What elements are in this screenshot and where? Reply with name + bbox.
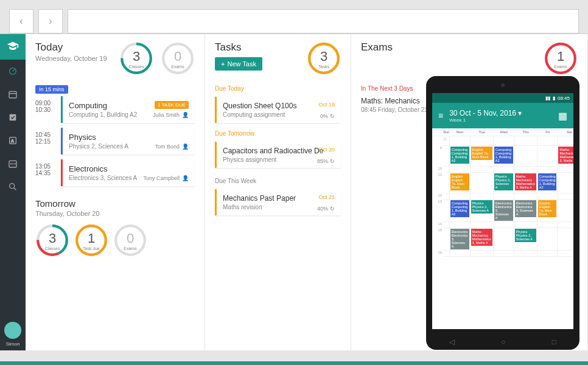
svg-rect-1 [9,91,16,98]
svg-rect-7 [10,163,12,164]
calendar-event[interactable]: Electronics Electronics 3, Sciences A [494,200,513,221]
tablet-header: ≡ 30 Oct - 5 Nov, 2016 ▾ Week 1 ▦ [432,103,573,128]
tablet-nav-bar: ◁ ○ □ [426,338,579,346]
tablet-status-bar: ▮▮ ▮ 08:45 [432,93,573,103]
svg-text:A: A [11,139,14,143]
nav-schedule-icon[interactable] [0,152,26,175]
hamburger-icon[interactable]: ≡ [438,111,443,120]
svg-rect-8 [12,163,13,164]
due-week-label: Due This Week [205,173,351,187]
calendar-event[interactable]: Computing Computing 1, Building A2 [494,147,513,164]
user-name: Simon [6,341,20,347]
tasks-title: Tasks [215,41,299,54]
class-row[interactable]: 09:0010:30 Computing Computing 1, Buildi… [26,96,205,123]
new-task-button[interactable]: +New Task [215,57,262,71]
task-due-badge: 1 TASK DUE [155,101,189,109]
calendar-event[interactable]: Electronics Electronics 3, Sciences A [515,200,536,217]
plus-icon: + [221,60,225,68]
chevron-down-icon[interactable]: ▾ [518,109,522,117]
teacher-label: Tony Campbell 👤 [143,175,189,181]
nav-search-icon[interactable] [0,175,26,198]
back-button[interactable]: ‹ [9,9,33,33]
person-icon: 👤 [182,175,189,181]
android-home-icon[interactable]: ○ [501,338,505,346]
browser-chrome: ‹ › [0,0,588,34]
android-back-icon[interactable]: ◁ [449,338,455,346]
sync-icon: ↻ [330,158,335,164]
user-avatar[interactable] [4,322,21,339]
calendar-grid: SunMonTueWedThuFriSat⛌9Computing Computi… [432,128,573,257]
person-icon: 👤 [182,112,189,118]
class-row[interactable]: 13:0514:35 Electronics Electronics 3, Sc… [26,159,205,186]
time-until-badge: In 15 mins [35,85,68,94]
person-icon: 👤 [182,144,189,150]
android-recent-icon[interactable]: □ [552,338,556,346]
calendar-event[interactable]: English English 7a, Main Block [538,200,557,217]
classes-ring: 3Classes [119,41,153,75]
calendar-event[interactable]: Maths: Mechanics Mathematics 3, Maths A [558,147,573,164]
task-card[interactable]: Capacitors and Radioactive De Physics as… [215,142,341,168]
nav-dashboard-icon[interactable] [0,60,26,83]
url-bar[interactable] [68,9,579,33]
calendar-event[interactable]: Computing Computing 1, Building A2 [450,200,469,217]
calendar-event[interactable]: Maths: Mechanics Mathematics 3, Maths A [515,173,536,190]
calendar-event[interactable]: Electronics Electronics 3, Sciences A [450,229,469,249]
battery-icon: ▮ [553,96,555,101]
calendar-event[interactable]: Physics Physics 2, Sciences A [515,229,536,242]
tomorrow-date: Thursday, October 20 [35,210,195,217]
tablet-camera [501,83,505,87]
calendar-event[interactable]: Computing Computing 1, Building A2 [538,173,557,190]
due-today-label: Due Today [205,83,351,94]
svg-rect-9 [15,163,16,164]
task-card[interactable]: Question Sheet Q100s Computing assignmen… [215,97,341,123]
forward-button[interactable]: › [38,9,63,33]
calendar-today-icon[interactable]: ▦ [558,110,567,122]
tomorrow-section: Tomorrow Thursday, October 20 3Classes 1… [26,191,205,257]
nav-exams-icon[interactable]: A [0,129,26,152]
tablet-screen: ▮▮ ▮ 08:45 ≡ 30 Oct - 5 Nov, 2016 ▾ Week… [432,93,573,329]
task-card[interactable]: Mechanics Past Paper Maths revision Oct … [215,189,341,215]
sidebar: A Simon [0,34,26,350]
calendar-event[interactable]: Computing Computing 1, Building A2 [450,147,469,164]
sync-icon: ↻ [330,113,335,119]
teacher-label: Julia Smith 👤 [153,112,189,118]
class-card: Physics Physics 2, Sciences A Tom Bond 👤 [61,128,195,155]
calendar-event[interactable]: Maths: Mechanics Mathematics 3, Maths A [471,229,492,246]
calendar-event[interactable]: English English 7a, Main Block [450,173,469,190]
class-row[interactable]: 10:4512:15 Physics Physics 2, Sciences A… [26,128,205,155]
exams-count-ring: 1Exams [544,41,578,75]
svg-line-11 [14,188,16,190]
class-card: Electronics Electronics 3, Sciences A To… [61,159,195,186]
class-card: Computing Computing 1, Building A2 1 TAS… [61,96,195,123]
svg-point-10 [10,184,15,189]
tablet-time: 08:45 [558,96,570,101]
tomorrow-title: Tomorrow [35,198,195,209]
nav-calendar-icon[interactable] [0,83,26,106]
bottom-accent [0,361,588,365]
exams-ring: 0Exams [161,41,195,75]
today-title: Today [35,41,112,54]
calendar-event[interactable]: Physics Physics 2, Sciences A [471,200,492,214]
today-date: Wednesday, October 19 [35,55,112,62]
calendar-event[interactable]: Physics Physics 2, Sciences A [494,173,513,190]
tasks-column: Tasks +New Task 3Tasks Due Today Questio… [205,34,351,350]
tablet-frame: ▮▮ ▮ 08:45 ≡ 30 Oct - 5 Nov, 2016 ▾ Week… [426,76,579,350]
today-column: Today Wednesday, October 19 3Classes 0Ex… [26,34,205,350]
svg-rect-3 [10,114,16,121]
nav-tasks-icon[interactable] [0,106,26,129]
exams-title: Exams [361,41,536,54]
sync-icon: ↻ [330,206,335,212]
tasks-ring: 3Tasks [307,41,341,75]
due-tomorrow-label: Due Tomorrow [205,128,351,139]
teacher-label: Tom Bond 👤 [155,144,189,150]
signal-icon: ▮▮ [545,96,550,101]
app-logo[interactable] [0,34,26,60]
calendar-event[interactable]: English English 7a, Main Block [471,147,492,160]
